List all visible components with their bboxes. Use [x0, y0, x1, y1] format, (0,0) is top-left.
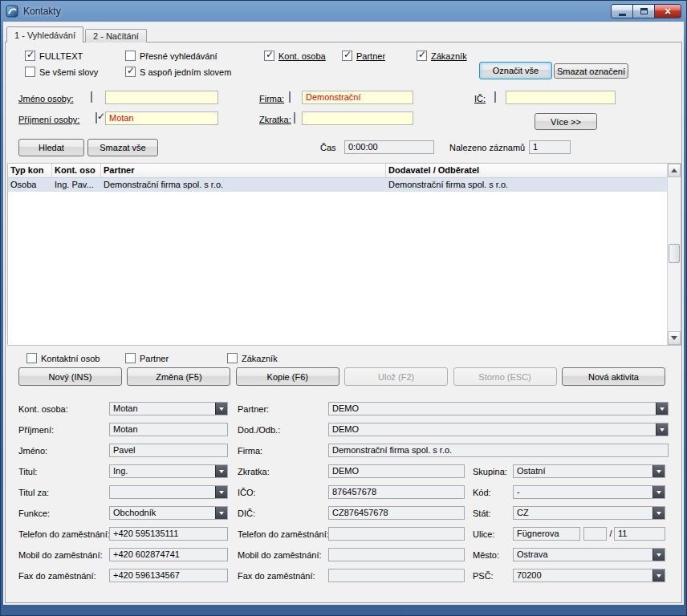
new-button[interactable]: Nový (INS) — [18, 367, 122, 386]
checkbox-box[interactable] — [26, 353, 37, 363]
minimize-button[interactable] — [611, 4, 633, 18]
results-table[interactable]: Typ kon Kont. oso Partner Dodavatel / Od… — [7, 163, 681, 346]
column-header-typ[interactable]: Typ kon — [8, 164, 52, 177]
select-all-button[interactable]: Označit vše — [479, 62, 552, 79]
table-row[interactable]: Osoba Ing. Pav... Demonstrační firma spo… — [8, 178, 681, 192]
dropdown-arrow-icon[interactable] — [652, 549, 665, 561]
ico-field[interactable]: 876457678 — [328, 485, 465, 499]
checkbox-label: Kont. osoba — [278, 51, 326, 61]
checkbox-box[interactable] — [125, 353, 136, 363]
funkce-combo[interactable]: Obchodník — [109, 506, 228, 520]
input-jmeno-osoby[interactable] — [105, 91, 218, 104]
ulice-cislo-field[interactable] — [583, 527, 607, 541]
dropdown-arrow-icon[interactable] — [215, 486, 227, 498]
mobil-zam-2-field[interactable] — [328, 548, 465, 561]
save-button[interactable]: Ulož (F2) — [344, 367, 448, 386]
checkbox-box[interactable] — [417, 51, 427, 61]
ulice-field[interactable]: Fügnerova — [513, 527, 580, 541]
firma-field[interactable]: Demonstrační firma spol. s r.o. — [328, 444, 669, 457]
titul-za-combo[interactable] — [109, 485, 228, 499]
title-bar[interactable]: Kontakty × — [0, 0, 687, 22]
skupina-combo[interactable]: Ostatní — [513, 464, 665, 478]
column-header-kont-osoba[interactable]: Kont. oso — [52, 164, 101, 177]
scrollbar-thumb[interactable] — [669, 244, 680, 263]
checkbox-kontaktni-osob[interactable]: Kontaktní osob — [26, 352, 100, 364]
checkbox-label: Přesné vyhledávání — [140, 51, 217, 61]
dod-odb-combo[interactable]: DEMO — [328, 423, 669, 436]
titul-combo[interactable]: Ing. — [109, 464, 228, 478]
checkbox-zakaznik[interactable]: Zákazník — [417, 50, 467, 62]
vertical-scrollbar[interactable] — [667, 164, 681, 345]
psc-combo[interactable]: 70200 — [513, 569, 665, 582]
fax-zam-2-field[interactable] — [328, 569, 465, 582]
checkbox-kont-osoba[interactable]: Kont. osoba — [264, 50, 326, 62]
more-button[interactable]: Více >> — [535, 113, 597, 130]
tab-nacitani[interactable]: 2 - Načítání — [85, 29, 147, 43]
kod-combo[interactable]: - — [513, 485, 665, 499]
checkbox-fulltext[interactable]: FULLTEXT — [25, 50, 83, 62]
partner-combo[interactable]: DEMO — [328, 402, 669, 415]
scroll-down-button[interactable] — [668, 331, 681, 345]
app-icon — [6, 5, 18, 18]
dropdown-arrow-icon[interactable] — [652, 465, 665, 477]
scroll-up-button[interactable] — [668, 164, 681, 177]
close-button[interactable]: × — [654, 4, 681, 18]
checkbox-zakaznik-bottom[interactable]: Zákazník — [227, 352, 278, 364]
checkbox-box[interactable] — [25, 67, 35, 77]
input-firma[interactable]: Demonstrační — [302, 91, 413, 104]
dropdown-arrow-icon[interactable] — [652, 507, 665, 519]
dropdown-arrow-icon[interactable] — [215, 507, 227, 519]
dropdown-arrow-icon[interactable] — [656, 403, 668, 415]
checkbox-prijmeni-osoby[interactable] — [96, 112, 97, 124]
dic-field[interactable]: CZ876457678 — [328, 506, 465, 520]
checkbox-zkratka[interactable] — [294, 112, 295, 124]
checkbox-box[interactable] — [227, 353, 238, 363]
edit-button[interactable]: Změna (F5) — [127, 367, 230, 386]
search-button[interactable]: Hledat — [18, 139, 84, 156]
prijmeni-field[interactable]: Motan — [109, 423, 228, 436]
checkbox-ic[interactable] — [494, 91, 496, 103]
label-titul: Titul: — [18, 466, 37, 477]
telefon-zam-field[interactable]: +420 595135111 — [109, 527, 228, 541]
checkbox-box[interactable] — [342, 51, 352, 61]
checkbox-presne-vyhledavani[interactable]: Přesné vyhledávání — [125, 50, 217, 62]
checkbox-partner[interactable]: Partner — [342, 50, 385, 62]
input-ic[interactable] — [506, 91, 616, 104]
column-header-dodavatel[interactable]: Dodavatel / Odběratel — [386, 164, 681, 177]
checkbox-box[interactable] — [125, 67, 136, 77]
dropdown-arrow-icon[interactable] — [652, 486, 665, 498]
mobil-zam-field[interactable]: +420 602874741 — [109, 548, 228, 561]
dropdown-arrow-icon[interactable] — [215, 465, 227, 477]
stat-combo[interactable]: CZ — [513, 506, 665, 520]
kont-osoba-combo[interactable]: Motan — [109, 402, 228, 415]
maximize-button[interactable] — [632, 4, 655, 18]
checkbox-box[interactable] — [25, 51, 35, 61]
tab-vyhledavani[interactable]: 1 - Vyhledávání — [6, 26, 83, 43]
clear-all-button[interactable]: Smazat vše — [87, 139, 158, 156]
dropdown-arrow-icon[interactable] — [656, 424, 668, 436]
input-prijmeni-osoby[interactable]: Motan — [105, 111, 218, 125]
new-activity-button[interactable]: Nová aktivita — [562, 367, 665, 386]
input-zkratka[interactable] — [302, 111, 413, 125]
checkbox-se-vsemi-slovy[interactable]: Se všemi slovy — [25, 66, 98, 78]
checkbox-label: FULLTEXT — [39, 51, 83, 61]
checkbox-jmeno-osoby[interactable] — [91, 91, 92, 103]
ulice-cislo-2-field[interactable]: 11 — [614, 527, 665, 541]
checkbox-partner-bottom[interactable]: Partner — [125, 352, 169, 364]
clear-selection-button[interactable]: Smazat označení — [554, 63, 628, 79]
fax-zam-field[interactable]: +420 596134567 — [109, 569, 228, 582]
dropdown-arrow-icon[interactable] — [215, 403, 227, 415]
cancel-button[interactable]: Storno (ESC) — [453, 367, 557, 386]
zkratka-field[interactable]: DEMO — [328, 464, 465, 478]
checkbox-box[interactable] — [125, 51, 136, 61]
found-records-field: 1 — [529, 140, 571, 154]
mesto-combo[interactable]: Ostrava — [513, 548, 665, 561]
jmeno-field[interactable]: Pavel — [109, 444, 228, 457]
checkbox-s-aspon-jednim-slovem[interactable]: S aspoň jedním slovem — [125, 66, 231, 78]
checkbox-firma[interactable] — [289, 91, 291, 103]
copy-button[interactable]: Kopie (F6) — [236, 367, 339, 386]
column-header-partner[interactable]: Partner — [101, 164, 386, 177]
telefon-zam-2-field[interactable] — [328, 527, 465, 541]
checkbox-box[interactable] — [264, 51, 274, 61]
dropdown-arrow-icon[interactable] — [652, 569, 665, 582]
